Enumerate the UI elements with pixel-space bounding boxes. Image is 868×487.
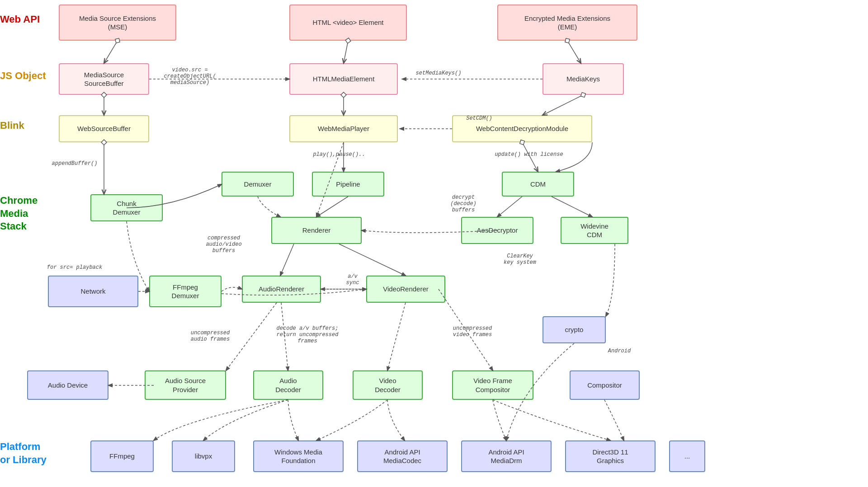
box-windows-media-foundation: Windows Media Foundation [253,440,344,472]
annot-play-pause: play(),pause().. [307,151,371,158]
svg-line-18 [339,244,406,276]
box-crypto: crypto [542,316,606,343]
annot-video-src: video.src = createObjectURL( mediaSource… [154,67,226,86]
box-mediakeys: MediaKeys [542,63,624,95]
box-network: Network [48,276,138,307]
box-compositor: Compositor [570,370,640,400]
box-video-frame-compositor: Video Frame Compositor [452,370,533,400]
annot-av-sync: a/v sync [337,273,368,286]
box-audio-renderer: AudioRenderer [242,276,321,303]
svg-line-3 [567,41,581,63]
svg-line-15 [552,197,592,217]
box-mse: Media Source Extensions (MSE) [59,5,176,41]
box-websourcebuffer: WebSourceBuffer [59,115,149,142]
box-audio-decoder: Audio Decoder [253,370,323,400]
layer-label-chromemedia: Chrome Media Stack [0,194,38,233]
layer-label-webapi: Web API [0,14,40,25]
box-cdm: CDM [502,172,574,197]
svg-line-6 [542,95,583,115]
box-ellipsis: ... [669,440,705,472]
diagram-container: Web API JS Object Blink Chrome Media Sta… [0,0,868,487]
layer-label-blink: Blink [0,120,24,131]
annot-set-media-keys: setMediaKeys() [407,70,470,76]
annot-append-buffer: appendBuffer() [45,160,104,167]
svg-line-14 [497,197,522,217]
box-chunk-demuxer: Chunk Demuxer [90,194,163,221]
box-aesdecryptor: AesDecryptor [461,217,533,244]
box-eme: Encrypted Media Extensions (EME) [497,5,637,41]
svg-line-22 [387,303,406,370]
annot-android: Android [601,348,637,354]
box-libvpx: libvpx [172,440,235,472]
annot-clearkey: ClearKey key system [493,253,547,266]
annot-decrypt-decode: decrypt (decode) buffers [439,194,488,213]
box-android-api-mediacodec: Android API MediaCodec [357,440,448,472]
layer-label-jsobject: JS Object [0,70,46,82]
annot-uncompressed-video: uncompressed video frames [439,325,506,338]
svg-line-17 [280,244,294,276]
annot-compressed: compressed audio/video buffers [194,235,253,254]
box-android-api-mediadrm: Android API MediaDrm [461,440,552,472]
box-renderer: Renderer [271,217,362,244]
annot-for-src: for src= playback [45,264,104,271]
box-mediasource-sourcebuffer: MediaSource SourceBuffer [59,63,149,95]
box-ffmpeg-demuxer: FFmpeg Demuxer [149,276,222,307]
svg-line-13 [316,197,348,217]
box-video-renderer: VideoRenderer [366,276,445,303]
box-audio-device: Audio Device [27,370,108,400]
box-video-decoder: Video Decoder [353,370,423,400]
annot-uncompressed-audio: uncompressed audio frames [176,330,244,342]
svg-line-2 [344,41,348,63]
box-html-video: HTML <video> Element [289,5,407,41]
annot-set-cdm: SetCDM() [457,115,502,122]
layer-label-platform: Platform or Library [0,440,47,466]
annot-decode-av: decode a/v buffers; return uncompressed … [267,325,348,344]
box-htmlmediaelement: HTMLMediaElement [289,63,398,95]
box-webmediaplayer: WebMediaPlayer [289,115,398,142]
annot-update-with-license: update() with license [493,151,565,158]
box-direct3d-11: Direct3D 11 Graphics [565,440,656,472]
box-demuxer: Demuxer [222,172,294,197]
box-pipeline: Pipeline [312,172,384,197]
box-audio-source-provider: Audio Source Provider [145,370,226,400]
box-ffmpeg: FFmpeg [90,440,154,472]
box-widevine-cdm: Widevine CDM [561,217,628,244]
svg-line-1 [104,41,118,63]
